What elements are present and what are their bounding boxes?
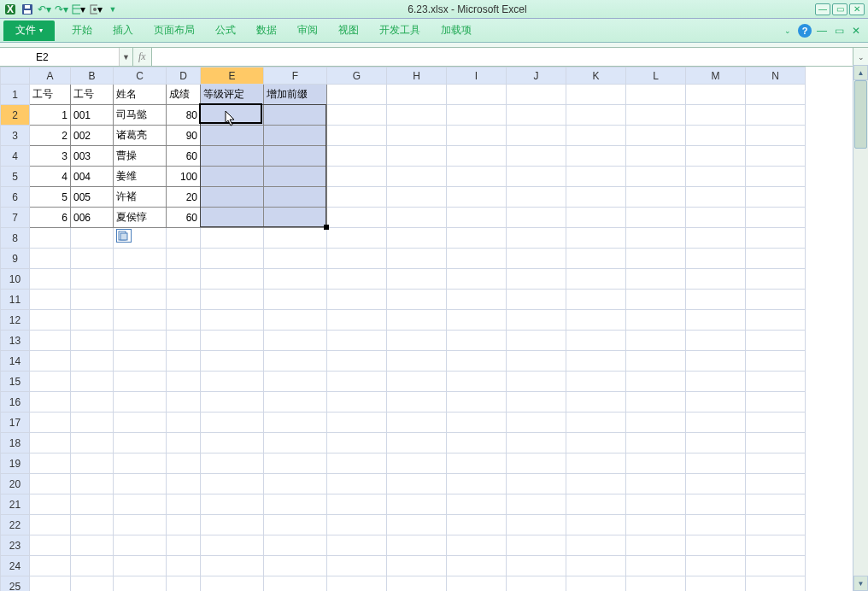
row-header-17[interactable]: 17 [1, 413, 30, 433]
tab-data[interactable]: 数据 [246, 20, 287, 41]
cell-A4[interactable]: 3 [30, 146, 71, 167]
cell-J4[interactable] [507, 146, 566, 167]
cell-F19[interactable] [264, 453, 327, 474]
cell-F3[interactable] [264, 126, 327, 146]
cell-B1[interactable]: 工号 [71, 85, 114, 105]
cell-M22[interactable] [686, 515, 746, 535]
cell-L20[interactable] [626, 474, 686, 494]
col-header-J[interactable]: J [507, 67, 566, 85]
cell-C24[interactable] [114, 556, 167, 576]
cell-B6[interactable]: 005 [71, 187, 114, 208]
cell-L24[interactable] [626, 556, 686, 576]
formula-expand-icon[interactable]: ⌄ [853, 48, 868, 66]
cell-I4[interactable] [447, 146, 507, 167]
cell-J22[interactable] [507, 515, 566, 535]
cell-G2[interactable] [327, 105, 387, 126]
cell-D21[interactable] [167, 494, 201, 515]
cell-F18[interactable] [264, 433, 327, 453]
row-header-24[interactable]: 24 [1, 556, 30, 576]
cell-G15[interactable] [327, 372, 387, 392]
cell-N17[interactable] [746, 413, 806, 433]
cell-L13[interactable] [626, 331, 686, 351]
cell-J12[interactable] [507, 310, 566, 331]
cell-H3[interactable] [387, 126, 447, 146]
cell-A13[interactable] [30, 331, 71, 351]
cell-H5[interactable] [387, 167, 447, 187]
cell-L12[interactable] [626, 310, 686, 331]
col-header-D[interactable]: D [167, 67, 201, 85]
cell-K2[interactable] [566, 105, 626, 126]
cell-G6[interactable] [327, 187, 387, 208]
cell-G22[interactable] [327, 515, 387, 535]
cell-G19[interactable] [327, 453, 387, 474]
cell-J21[interactable] [507, 494, 566, 515]
col-header-E[interactable]: E [201, 67, 264, 85]
cell-J2[interactable] [507, 105, 566, 126]
cell-G10[interactable] [327, 269, 387, 290]
cell-J14[interactable] [507, 351, 566, 372]
cell-K1[interactable] [566, 85, 626, 105]
cell-A11[interactable] [30, 290, 71, 310]
cell-L18[interactable] [626, 433, 686, 453]
cell-D7[interactable]: 60 [167, 208, 201, 228]
cell-A14[interactable] [30, 351, 71, 372]
cell-E15[interactable] [201, 372, 264, 392]
cell-F7[interactable] [264, 208, 327, 228]
cell-C16[interactable] [114, 392, 167, 413]
cell-B12[interactable] [71, 310, 114, 331]
cell-H21[interactable] [387, 494, 447, 515]
cell-I5[interactable] [447, 167, 507, 187]
cell-E1[interactable]: 等级评定 [201, 85, 264, 105]
cell-C18[interactable] [114, 433, 167, 453]
cell-E20[interactable] [201, 474, 264, 494]
cell-B4[interactable]: 003 [71, 146, 114, 167]
cell-I12[interactable] [447, 310, 507, 331]
qat-customize-icon[interactable]: ▾ [89, 3, 103, 16]
cell-F12[interactable] [264, 310, 327, 331]
cell-N3[interactable] [746, 126, 806, 146]
cell-N18[interactable] [746, 433, 806, 453]
cell-M24[interactable] [686, 556, 746, 576]
cell-L21[interactable] [626, 494, 686, 515]
row-header-4[interactable]: 4 [1, 146, 30, 167]
undo-icon[interactable]: ↶▾ [38, 3, 51, 16]
cell-K17[interactable] [566, 413, 626, 433]
cell-G1[interactable] [327, 85, 387, 105]
row-header-10[interactable]: 10 [1, 269, 30, 290]
cell-D12[interactable] [167, 310, 201, 331]
doc-close-icon[interactable]: ✕ [849, 24, 863, 38]
cell-B18[interactable] [71, 433, 114, 453]
cell-J19[interactable] [507, 453, 566, 474]
row-header-23[interactable]: 23 [1, 535, 30, 556]
cell-K14[interactable] [566, 351, 626, 372]
cell-H20[interactable] [387, 474, 447, 494]
cell-G23[interactable] [327, 535, 387, 556]
cell-L15[interactable] [626, 372, 686, 392]
cell-J7[interactable] [507, 208, 566, 228]
cell-A17[interactable] [30, 413, 71, 433]
col-header-B[interactable]: B [71, 67, 114, 85]
cell-B5[interactable]: 004 [71, 167, 114, 187]
cell-D14[interactable] [167, 351, 201, 372]
cell-E2[interactable] [201, 105, 264, 126]
cell-L22[interactable] [626, 515, 686, 535]
row-header-13[interactable]: 13 [1, 331, 30, 351]
tab-view[interactable]: 视图 [328, 20, 369, 41]
cell-A15[interactable] [30, 372, 71, 392]
cell-D11[interactable] [167, 290, 201, 310]
cell-G17[interactable] [327, 413, 387, 433]
cell-B22[interactable] [71, 515, 114, 535]
close-button[interactable]: ✕ [849, 3, 865, 15]
cell-G18[interactable] [327, 433, 387, 453]
cell-M4[interactable] [686, 146, 746, 167]
cell-C21[interactable] [114, 494, 167, 515]
tab-formulas[interactable]: 公式 [205, 20, 246, 41]
cell-B16[interactable] [71, 392, 114, 413]
cell-E4[interactable] [201, 146, 264, 167]
cell-H2[interactable] [387, 105, 447, 126]
cell-K13[interactable] [566, 331, 626, 351]
cell-E18[interactable] [201, 433, 264, 453]
cell-J18[interactable] [507, 433, 566, 453]
cell-D10[interactable] [167, 269, 201, 290]
cell-N6[interactable] [746, 187, 806, 208]
